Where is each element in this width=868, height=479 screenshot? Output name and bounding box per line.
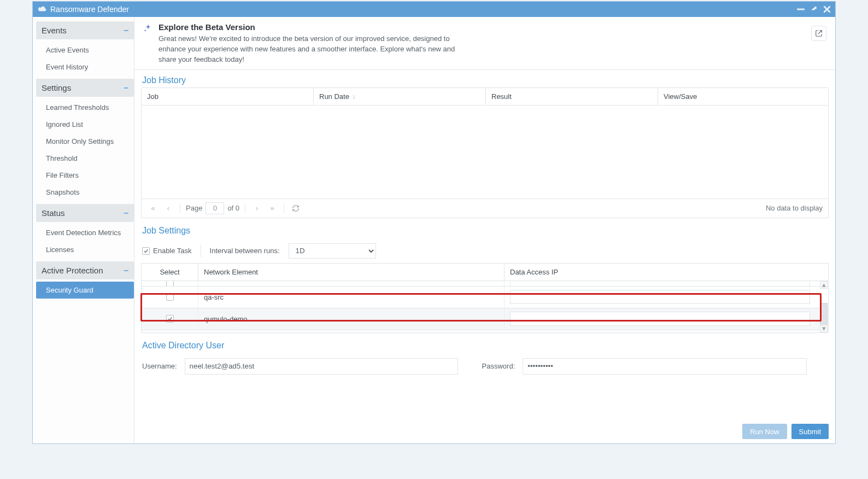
open-external-button[interactable] bbox=[811, 26, 826, 41]
nav-learned-thresholds[interactable]: Learned Thresholds bbox=[36, 99, 134, 116]
run-now-button[interactable]: Run Now bbox=[742, 424, 787, 439]
col-select[interactable]: Select bbox=[142, 264, 198, 281]
pager-prev-icon[interactable]: ‹ bbox=[162, 202, 174, 214]
nav-event-detection-metrics[interactable]: Event Detection Metrics bbox=[36, 224, 134, 241]
nav-group-active-protection[interactable]: Active Protection − bbox=[36, 261, 134, 279]
row-checkbox[interactable] bbox=[166, 315, 174, 323]
job-history-title: Job History bbox=[141, 73, 829, 87]
job-history-pager: « ‹ Page of 0 › » No data to displa bbox=[142, 198, 828, 218]
collapse-icon: − bbox=[124, 26, 128, 35]
interval-select[interactable]: 1D bbox=[289, 243, 376, 259]
banner-description: Great news! We're excited to introduce t… bbox=[159, 34, 465, 65]
nav-security-guard[interactable]: Security Guard bbox=[36, 282, 134, 299]
pager-empty-text: No data to display bbox=[766, 204, 823, 212]
pager-first-icon[interactable]: « bbox=[147, 202, 159, 214]
col-run-date[interactable]: Run Date ↓ bbox=[314, 88, 486, 105]
pager-next-icon[interactable]: › bbox=[251, 202, 263, 214]
svg-rect-0 bbox=[797, 9, 805, 10]
collapse-icon: − bbox=[124, 209, 128, 218]
ad-user-title: Active Directory User bbox=[141, 338, 829, 353]
enable-task-checkbox[interactable]: Enable Task bbox=[142, 247, 192, 255]
scroll-up-icon[interactable]: ▴ bbox=[820, 281, 828, 289]
row-ip-input[interactable] bbox=[510, 281, 810, 287]
row-name: qa-src bbox=[198, 287, 505, 308]
pager-of-label: of 0 bbox=[227, 204, 239, 212]
scroll-down-icon[interactable]: ▾ bbox=[820, 325, 828, 332]
checkbox-icon bbox=[142, 247, 150, 255]
password-label: Password: bbox=[482, 362, 515, 370]
nav-monitor-only[interactable]: Monitor Only Settings bbox=[36, 133, 134, 150]
window-titlebar: Ransomware Defender bbox=[33, 2, 835, 17]
username-label: Username: bbox=[142, 362, 177, 370]
sidebar: Events − Active Events Event History Set… bbox=[33, 17, 134, 443]
table-row[interactable]: qa-src bbox=[142, 287, 828, 308]
nav-active-events[interactable]: Active Events bbox=[36, 42, 134, 59]
nav-group-label: Events bbox=[42, 26, 67, 35]
row-ip-input[interactable] bbox=[510, 290, 810, 304]
app-window: Ransomware Defender Events − Active Even… bbox=[32, 1, 836, 444]
window-minimize-icon[interactable] bbox=[797, 5, 805, 13]
submit-button[interactable]: Submit bbox=[791, 424, 829, 439]
job-history-grid: Job Run Date ↓ Result View/Save « ‹ Page bbox=[141, 87, 829, 218]
window-title: Ransomware Defender bbox=[50, 5, 797, 14]
nav-licenses[interactable]: Licenses bbox=[36, 241, 134, 258]
nav-group-settings[interactable]: Settings − bbox=[36, 79, 134, 97]
table-row[interactable]: qumulo-demo bbox=[142, 308, 828, 330]
window-maximize-icon[interactable] bbox=[810, 5, 818, 13]
collapse-icon: − bbox=[124, 84, 128, 92]
col-network-element[interactable]: Network Element bbox=[198, 264, 505, 281]
row-checkbox[interactable] bbox=[166, 281, 174, 287]
row-ip-input[interactable] bbox=[510, 312, 810, 326]
enable-task-label: Enable Task bbox=[153, 247, 192, 255]
nav-ignored-list[interactable]: Ignored List bbox=[36, 116, 134, 133]
pager-refresh-icon[interactable] bbox=[290, 202, 302, 214]
nav-threshold[interactable]: Threshold bbox=[36, 150, 134, 167]
table-row bbox=[142, 281, 828, 287]
job-history-body bbox=[142, 106, 828, 198]
app-icon bbox=[37, 5, 47, 14]
pager-last-icon[interactable]: » bbox=[266, 202, 278, 214]
job-settings-title: Job Settings bbox=[141, 224, 829, 238]
username-input[interactable] bbox=[185, 358, 458, 375]
nav-group-label: Active Protection bbox=[42, 266, 103, 275]
scrollbar-thumb[interactable] bbox=[820, 303, 828, 327]
collapse-icon: − bbox=[124, 266, 128, 275]
window-close-icon[interactable] bbox=[823, 5, 831, 13]
col-view-save[interactable]: View/Save bbox=[658, 88, 828, 105]
row-checkbox[interactable] bbox=[166, 293, 174, 301]
network-element-grid: Select Network Element Data Access IP bbox=[141, 263, 829, 333]
main-panel: Explore the Beta Version Great news! We'… bbox=[134, 17, 835, 443]
nav-snapshots[interactable]: Snapshots bbox=[36, 184, 134, 201]
nav-file-filters[interactable]: File Filters bbox=[36, 167, 134, 184]
beta-banner: Explore the Beta Version Great news! We'… bbox=[134, 17, 835, 70]
vertical-divider bbox=[201, 245, 201, 257]
password-input[interactable] bbox=[523, 358, 807, 375]
pager-page-input[interactable] bbox=[206, 202, 224, 214]
row-name: qumulo-demo bbox=[198, 308, 505, 330]
nav-group-label: Status bbox=[42, 208, 65, 218]
nav-group-label: Settings bbox=[42, 83, 71, 92]
pager-page-label: Page bbox=[186, 204, 202, 212]
nav-group-status[interactable]: Status − bbox=[36, 204, 134, 222]
sort-desc-icon: ↓ bbox=[353, 93, 356, 100]
nav-event-history[interactable]: Event History bbox=[36, 59, 134, 75]
interval-label: Interval between runs: bbox=[210, 247, 280, 255]
sparkle-icon bbox=[143, 24, 153, 35]
nav-group-events[interactable]: Events − bbox=[36, 21, 134, 39]
banner-title: Explore the Beta Version bbox=[159, 22, 465, 32]
col-result[interactable]: Result bbox=[486, 88, 658, 105]
col-data-access-ip[interactable]: Data Access IP bbox=[505, 264, 828, 281]
col-job[interactable]: Job bbox=[142, 88, 314, 105]
row-name bbox=[198, 281, 505, 286]
